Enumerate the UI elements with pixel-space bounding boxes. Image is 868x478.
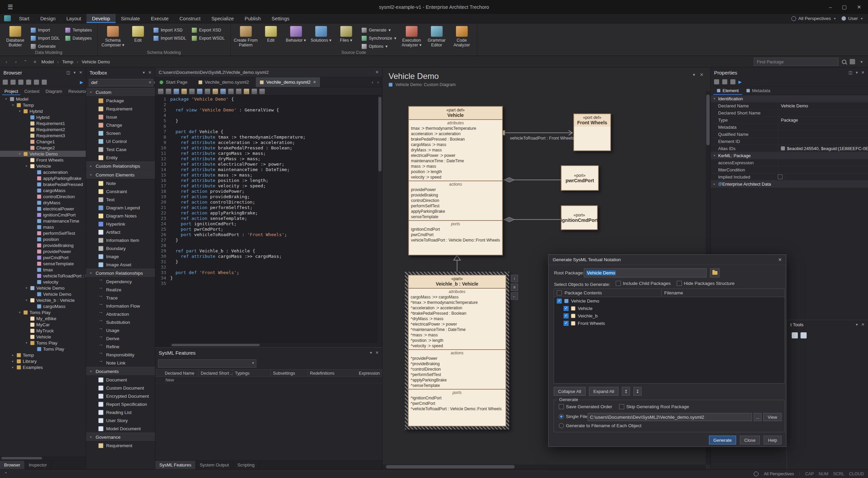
attribute-row[interactable]: ^velocity :> speed [409, 343, 506, 349]
toolbox-item[interactable]: Image Asset [86, 261, 155, 269]
maximize-button[interactable]: ▢ [842, 4, 847, 10]
tree-item[interactable]: applyParkingBrake [0, 175, 86, 181]
ribbon-tab[interactable]: Layout [61, 14, 87, 23]
tree-item[interactable]: ▸ Examples [0, 364, 86, 370]
editor-tab[interactable]: Vechile_demo.sysml2 [194, 77, 256, 87]
tree-item[interactable]: ▸ Temp [0, 352, 86, 358]
action-row[interactable]: senseTemplate [409, 214, 502, 220]
tree-item[interactable]: Vehicle [0, 334, 86, 340]
property-row[interactable]: Declared Short Name [711, 109, 868, 117]
toolbox-item[interactable]: Screen [86, 129, 155, 137]
attribute-row[interactable]: dryMass :> mass [409, 147, 502, 153]
expander-icon[interactable]: ▾ [18, 311, 22, 314]
toolbox-item[interactable]: Artifact [86, 228, 155, 236]
action-row[interactable]: controlDirection [409, 198, 502, 203]
statusbar-perspectives[interactable]: All Perspectives [764, 472, 794, 476]
code-line[interactable]: 33 port def 'Front Wheels'; [155, 270, 378, 275]
code-line[interactable]: 6 [155, 124, 378, 129]
browser-tab[interactable]: Project [2, 87, 20, 95]
ribbon-tab[interactable]: Construct [174, 14, 206, 23]
template-tool-icon[interactable] [801, 332, 807, 338]
toolbox-item[interactable]: Hyperlink [86, 220, 155, 228]
editor-tab[interactable]: Vechile_demo.sysml2 ✕ [256, 77, 320, 87]
attribute-row[interactable]: ^tmax :> thermodynamicTemperature [409, 300, 506, 305]
toolbox-item[interactable]: Test Case [86, 145, 155, 153]
toolbox-item[interactable]: Document [86, 376, 155, 384]
tab-scroll-right-icon[interactable]: › [377, 80, 379, 85]
skip-root-package-checkbox[interactable]: Skip Generating Root Package [619, 404, 689, 409]
toolbar-icon[interactable] [166, 89, 171, 94]
ribbon-big-button[interactable]: Database Builder [3, 24, 28, 48]
ribbon-big-button[interactable]: Grammar Editor [424, 24, 449, 48]
toolbox-item[interactable]: ▾ Custom [86, 88, 155, 97]
toolbar-icon[interactable] [213, 89, 218, 94]
tree-item[interactable]: Vehicle Demo [0, 291, 86, 297]
toolbar-icon[interactable] [252, 89, 257, 94]
toolbox-item[interactable]: Note Link [86, 359, 155, 367]
toolbox-item[interactable]: Requirement [86, 105, 155, 113]
tree-item[interactable]: ▾ Temp [0, 102, 86, 108]
close-icon[interactable]: ✕ [861, 322, 865, 327]
attribute-row[interactable]: acceleration :> acceleration [409, 131, 502, 137]
ribbon-small-button[interactable]: Generate [29, 43, 61, 49]
toolbox-item[interactable]: Issue [86, 113, 155, 121]
tree-item[interactable]: performSelfTest [0, 230, 86, 236]
dock-tab[interactable]: SysML Features [155, 461, 196, 469]
expander-icon[interactable]: ▸ [711, 182, 718, 186]
horizontal-scrollbar[interactable] [0, 456, 86, 460]
tree-item[interactable]: Requirement2 [0, 126, 86, 132]
toolbox-item[interactable]: Trace [86, 294, 155, 302]
action-row[interactable]: ^providePower [409, 356, 506, 361]
code-line[interactable]: 29 ref part Veichle_b : Vehicle { [155, 248, 378, 254]
nav-forward-icon[interactable]: › [13, 59, 19, 64]
ribbon-small-button[interactable]: Export WSDL [190, 35, 226, 41]
code-line[interactable]: 7 part def Vehicle { [155, 129, 378, 134]
hamburger-menu-icon[interactable]: ☰ [7, 3, 13, 11]
toolbox-item[interactable]: Diagram Notes [86, 212, 155, 220]
property-row[interactable]: Declared Name Vehicle Demo [711, 102, 868, 109]
toolbox-item[interactable]: Change [86, 121, 155, 129]
attribute-row[interactable]: position :> length [409, 169, 502, 174]
column-header[interactable]: Redefinitions [308, 370, 357, 376]
ignitioncmdport-node[interactable]: «port» ignitionCmdPort [561, 205, 598, 230]
attribute-row[interactable]: tmax :> thermodynamicTemperature [409, 126, 502, 131]
toolbox-item[interactable]: User Story [86, 416, 155, 424]
ribbon-big-button[interactable]: Execution Analyzer ▾ [399, 24, 424, 48]
object-row[interactable]: Vehicle Demo [554, 297, 785, 305]
checkbox-checked[interactable] [564, 321, 569, 326]
checkbox-checked[interactable] [564, 313, 569, 318]
column-header[interactable]: Declared Name [163, 370, 199, 376]
expander-icon[interactable]: ▾ [11, 103, 15, 107]
port-row[interactable]: pwrCmdPort [409, 232, 502, 237]
expand-all-button[interactable]: Expand All [589, 387, 618, 396]
feature-filter-dropdown[interactable] [158, 359, 256, 368]
dialog-titlebar[interactable]: Generate SysML Textual Notation ✕ [549, 255, 786, 265]
toolbar-icon[interactable] [174, 89, 179, 94]
new-diagram-icon[interactable] [11, 80, 16, 85]
tree-item[interactable]: cargoMass [0, 303, 86, 309]
windows-icon[interactable] [850, 59, 855, 64]
new-package-icon[interactable] [3, 80, 8, 85]
tree-item[interactable]: Front Wheels [0, 157, 86, 163]
attribute-row[interactable]: cargoMass :> mass [409, 142, 502, 147]
ribbon-small-button[interactable]: Options ▾ [360, 43, 398, 49]
action-row[interactable]: providePower [409, 187, 502, 192]
checkbox-checked[interactable] [557, 298, 562, 304]
toolbox-item[interactable]: Information Flow [86, 302, 155, 310]
tree-item[interactable]: Change1 [0, 139, 86, 145]
tree-item[interactable]: cargoMass [0, 187, 86, 193]
attribute-row[interactable]: ^electricalPower :> power [409, 321, 506, 327]
ribbon-big-button[interactable]: Schema Composer ▾ [100, 24, 125, 48]
tree-item[interactable]: maintenanceTime [0, 218, 86, 224]
property-value[interactable]: Vehicle Demo [778, 102, 868, 109]
expander-icon[interactable]: ▾ [18, 109, 22, 113]
expander-icon[interactable]: ▾ [711, 154, 718, 157]
settings-icon[interactable] [730, 79, 735, 84]
code-line[interactable]: 34 } [155, 275, 378, 281]
code-line[interactable]: 21 ref action performSelfTest; [155, 205, 378, 210]
dock-tab[interactable]: Browser [0, 461, 25, 469]
toolbox-item[interactable]: Realize [86, 286, 155, 294]
toolbox-item[interactable]: Entity [86, 153, 155, 162]
clear-icon[interactable]: ✕ [149, 80, 152, 85]
toolbox-item[interactable]: Boundary [86, 244, 155, 252]
